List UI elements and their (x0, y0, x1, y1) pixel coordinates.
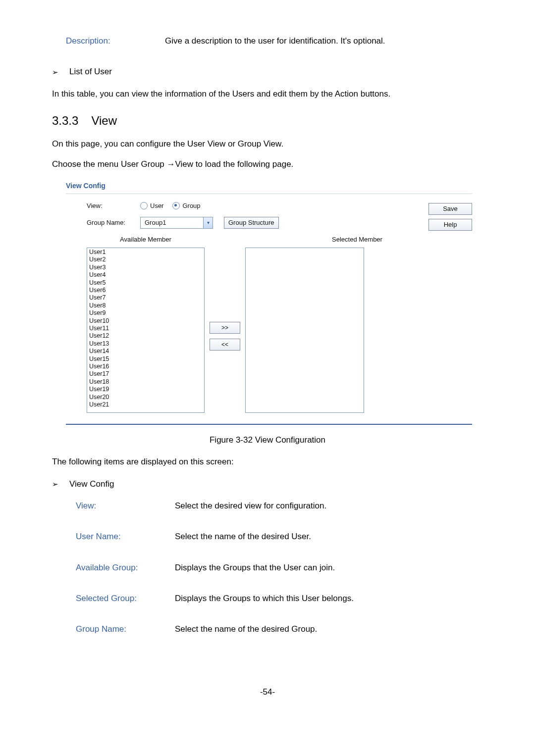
term-description: Description: (66, 35, 165, 48)
intro-1: On this page, you can configure the User… (52, 138, 483, 151)
label-group-name: Group Name: (87, 218, 140, 228)
after-figure-text: The following items are displayed on thi… (52, 455, 483, 468)
list-item[interactable]: User1 (87, 249, 204, 256)
list-item[interactable]: User3 (87, 264, 204, 271)
view-config-heading: View Config (69, 478, 114, 491)
chevron-icon: ➢ (52, 66, 58, 78)
list-item[interactable]: User8 (87, 302, 204, 309)
radio-icon (172, 202, 180, 209)
list-item[interactable]: User5 (87, 279, 204, 287)
list-item[interactable]: User20 (87, 394, 204, 401)
list-of-user-heading: List of User (69, 65, 112, 78)
list-headers: Available Member Selected Member (87, 235, 417, 245)
intro-2: Choose the menu User Group →View to load… (52, 158, 483, 171)
list-of-user-text: In this table, you can view the informat… (52, 88, 483, 101)
list-item[interactable]: User14 (87, 348, 204, 355)
label-view: View: (87, 201, 140, 211)
list-item[interactable]: User7 (87, 294, 204, 302)
page: Description: Give a description to the u… (0, 0, 535, 728)
list-item[interactable]: User9 (87, 309, 204, 317)
list-item[interactable]: User4 (87, 271, 204, 279)
panel-title: View Config (66, 179, 472, 194)
radio-user[interactable]: User (140, 201, 163, 211)
list-item[interactable]: User6 (87, 287, 204, 294)
term-view: View: (76, 500, 175, 512)
definition-description: Description: Give a description to the u… (52, 35, 483, 48)
list-item[interactable]: User18 (87, 378, 204, 386)
text-user-name: Select the name of the desired User. (175, 530, 483, 543)
text-available-group: Displays the Groups that the User can jo… (175, 561, 483, 574)
page-number: -54- (52, 686, 483, 699)
definitions: View:Select the desired view for configu… (52, 500, 483, 636)
figure-view-config: View Config View: User Group Group Name: (66, 179, 472, 425)
list-item[interactable]: User12 (87, 332, 204, 340)
list-item[interactable]: User10 (87, 317, 204, 325)
list-item[interactable]: User21 (87, 401, 204, 408)
combo-value: Group1 (141, 218, 203, 228)
bullet-view-config: ➢ View Config (52, 478, 483, 491)
text-group-name: Select the name of the desired Group. (175, 623, 483, 636)
list-item[interactable]: User13 (87, 340, 204, 348)
radio-user-label: User (150, 201, 163, 211)
radio-group-label: Group (182, 201, 200, 211)
listbox-selected[interactable] (245, 248, 364, 413)
section-title: View (91, 114, 117, 127)
button-save[interactable]: Save (428, 203, 472, 215)
term-selected-group: Selected Group: (76, 592, 175, 605)
text-view: Select the desired view for configuratio… (175, 500, 483, 512)
section-number: 3.3.3 (52, 111, 78, 130)
term-available-group: Available Group: (76, 561, 175, 574)
label-selected: Selected Member (298, 235, 417, 245)
chevron-down-icon: ▾ (203, 217, 213, 228)
label-available: Available Member (87, 235, 205, 245)
row-group-name: Group Name: Group1 ▾ Group Structure (87, 217, 417, 229)
button-remove[interactable]: << (210, 339, 240, 351)
radio-icon (140, 202, 148, 209)
text-description: Give a description to the user for ident… (165, 35, 483, 48)
list-item[interactable]: User15 (87, 355, 204, 363)
figure-caption: Figure 3-32 View Configuration (52, 434, 483, 447)
list-item[interactable]: User2 (87, 256, 204, 263)
listbox-available[interactable]: User1 User2 User3 User4 User5 User6 User… (87, 248, 205, 413)
term-user-name: User Name: (76, 530, 175, 543)
chevron-icon: ➢ (52, 478, 58, 490)
bullet-list-of-user: ➢ List of User (52, 65, 483, 78)
list-item[interactable]: User16 (87, 363, 204, 370)
list-item[interactable]: User17 (87, 370, 204, 378)
button-group-structure[interactable]: Group Structure (224, 217, 279, 229)
list-item[interactable]: User19 (87, 386, 204, 393)
section-heading: 3.3.3View (52, 111, 483, 130)
text-selected-group: Displays the Groups to which this User b… (175, 592, 483, 605)
row-view: View: User Group (87, 201, 417, 211)
button-add[interactable]: >> (210, 322, 240, 334)
combo-group-name[interactable]: Group1 ▾ (140, 217, 213, 229)
radio-group[interactable]: Group (172, 201, 200, 211)
list-item[interactable]: User11 (87, 325, 204, 332)
button-help[interactable]: Help (428, 219, 472, 231)
term-group-name: Group Name: (76, 623, 175, 636)
